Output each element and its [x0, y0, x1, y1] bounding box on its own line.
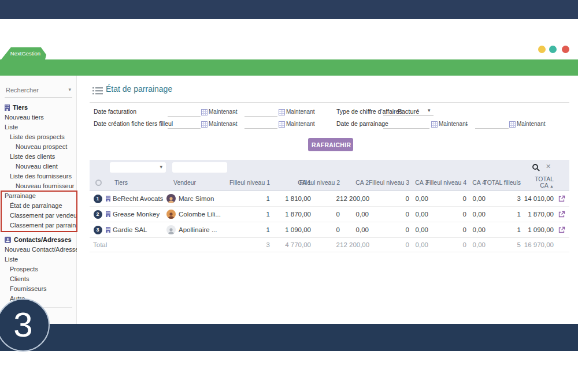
- date-facturation-label: Date facturation: [94, 108, 136, 115]
- cell-f3: 0: [369, 195, 409, 202]
- clear-icon[interactable]: ✕: [546, 163, 551, 170]
- sidebar-search[interactable]: ▾: [5, 84, 72, 98]
- window-dot-green[interactable]: [549, 46, 557, 53]
- calendar-icon[interactable]: [431, 121, 438, 128]
- refresh-button[interactable]: RAFRAICHIR: [308, 138, 353, 151]
- calendar-icon[interactable]: [279, 109, 285, 115]
- total-f2: 2: [311, 241, 340, 248]
- col-header-f4[interactable]: Filleul niveau 4: [426, 175, 466, 191]
- cell-total-ca: 14 010,00: [521, 195, 554, 202]
- date-facturation-from-input[interactable]: [168, 107, 201, 117]
- sidebar-item-liste-fournisseurs[interactable]: Liste des fournisseurs: [0, 171, 77, 181]
- cell-ca4: 0,00: [466, 195, 486, 202]
- sidebar-item-prospects[interactable]: Prospects: [0, 264, 77, 274]
- chevron-down-icon[interactable]: ▾: [68, 87, 71, 92]
- cell-ca1: 1 870,00: [270, 211, 311, 218]
- avatar: [166, 210, 176, 219]
- brand-tab[interactable]: NextGestion: [1, 47, 50, 59]
- avatar: [166, 225, 176, 234]
- table-filter-select[interactable]: ▾: [110, 162, 166, 173]
- col-header-f1[interactable]: Filleul niveau 1: [229, 175, 270, 191]
- date-creation-to-input[interactable]: [244, 120, 277, 129]
- range-separator: -: [234, 121, 235, 127]
- open-row-icon[interactable]: [554, 211, 569, 218]
- date-parrainage-to-input[interactable]: [475, 120, 509, 129]
- vendeur-name: Apollinaire ...: [179, 226, 217, 233]
- calendar-icon[interactable]: [201, 109, 208, 115]
- calendar-icon[interactable]: [509, 121, 516, 128]
- date-parrainage-from-input[interactable]: [383, 120, 429, 129]
- cell-f4: 0: [428, 226, 466, 233]
- date-creation-from-input[interactable]: [168, 120, 201, 129]
- window-dot-yellow[interactable]: [538, 46, 546, 53]
- total-f3: 0: [369, 241, 409, 248]
- cell-f3: 0: [369, 211, 409, 218]
- cell-f1: 1: [233, 226, 270, 233]
- col-header-vendeur[interactable]: Vendeur: [173, 175, 196, 191]
- total-ca: 16 970,00: [521, 241, 554, 248]
- cell-ca4: 0,00: [466, 226, 486, 233]
- total-f1: 3: [233, 241, 270, 248]
- search-icon[interactable]: [532, 163, 540, 172]
- sidebar-item-nouveau-tiers[interactable]: Nouveau tiers: [0, 113, 77, 122]
- search-input[interactable]: [5, 84, 65, 96]
- sidebar-item-nouveau-client[interactable]: Nouveau client: [0, 162, 77, 171]
- sidebar-item-liste-prospects[interactable]: Liste des prospects: [0, 132, 77, 142]
- range-separator: -: [466, 121, 468, 127]
- sidebar-section-contacts[interactable]: Contacts/Adresses: [0, 235, 77, 245]
- sort-asc-icon: ▲: [550, 184, 554, 188]
- sidebar-item-clients[interactable]: Clients: [0, 274, 77, 284]
- type-ca-select-underline: [383, 115, 433, 116]
- table-row[interactable]: 1 BeRecht Avocats Marc Simon 1 1 810,00 …: [90, 191, 569, 207]
- date-parrainage-label: Date de parrainage: [336, 120, 388, 127]
- open-row-icon[interactable]: [554, 226, 569, 233]
- cell-f4: 0: [428, 211, 466, 218]
- table-filter-row: ▾ ✕: [90, 160, 569, 175]
- table-row[interactable]: 3 Gardie SAL Apollinaire ... 1 1 090,00 …: [90, 222, 569, 238]
- date-creation-label: Date création fiche tiers filleul: [94, 120, 173, 127]
- sidebar-section-tiers[interactable]: Tiers: [0, 103, 77, 113]
- total-ca1: 4 770,00: [270, 241, 311, 248]
- cell-f1: 1: [233, 195, 270, 202]
- tiers-name: Gardie SAL: [113, 226, 147, 233]
- sidebar-item-nouveau-fournisseur[interactable]: Nouveau fournisseur: [0, 181, 77, 191]
- col-header-f3[interactable]: Filleul niveau 3: [369, 175, 409, 191]
- col-header-tiers[interactable]: Tiers: [114, 175, 128, 191]
- cell-ca4: 0,00: [466, 211, 486, 218]
- sidebar-item-classement-parrains[interactable]: Classement par parrains: [0, 221, 77, 230]
- total-filleuls: 5: [486, 241, 521, 248]
- window-dot-red[interactable]: [562, 46, 569, 53]
- secondary-tab[interactable]: [45, 47, 91, 59]
- cell-f2: 2: [311, 195, 340, 202]
- sidebar-item-liste-clients[interactable]: Liste des clients: [0, 152, 77, 162]
- sidebar-item-fournisseurs[interactable]: Fournisseurs: [0, 284, 77, 294]
- avatar: [166, 194, 176, 203]
- sidebar-item-etat-de-parrainage[interactable]: État de parrainage: [0, 201, 77, 211]
- table-row[interactable]: 2 Grease Monkey Colombe Lili... 1 1 870,…: [90, 207, 569, 222]
- chevron-down-icon[interactable]: ▾: [428, 107, 431, 113]
- col-header-ca2[interactable]: CA 2: [355, 175, 369, 191]
- parrainage-table: ▾ ✕ Tiers Vendeur Filleul niveau 1 CA 1 …: [90, 160, 569, 252]
- sidebar-item-classement-vendeurs[interactable]: Classement par vendeurs: [0, 211, 77, 221]
- open-row-icon[interactable]: [554, 195, 569, 202]
- type-ca-label: Type de chiffre d'affaires: [336, 108, 402, 115]
- vendeur-name: Colombe Lili...: [179, 211, 221, 218]
- col-header-total-filleuls[interactable]: TOTAL filleuls: [483, 175, 521, 191]
- cell-total-ca: 1 870,00: [521, 211, 554, 218]
- sidebar-item-nouveau-prospect[interactable]: Nouveau prospect: [0, 142, 77, 152]
- cell-ca3: 0,00: [409, 226, 428, 233]
- date-facturation-to-input[interactable]: [244, 107, 277, 117]
- type-ca-select[interactable]: Facturé: [398, 108, 419, 115]
- chevron-down-icon: ▾: [160, 164, 162, 170]
- sidebar-item-nouveau-contact[interactable]: Nouveau Contact/Adresse: [0, 245, 77, 255]
- main-nav-bar: [0, 59, 578, 76]
- sidebar-item-liste-contacts[interactable]: Liste: [0, 255, 77, 264]
- col-header-f2[interactable]: Filleul niveau 2: [299, 175, 340, 191]
- table-filter-input[interactable]: [172, 162, 227, 173]
- sidebar-item-liste-tiers[interactable]: Liste: [0, 122, 77, 132]
- calendar-icon[interactable]: [279, 121, 285, 128]
- calendar-icon[interactable]: [201, 121, 208, 128]
- col-header-total-ca[interactable]: TOTAL CA ▲: [535, 176, 554, 189]
- sidebar-item-parrainage[interactable]: Parrainage: [0, 191, 77, 201]
- vendeur-name: Marc Simon: [179, 195, 214, 202]
